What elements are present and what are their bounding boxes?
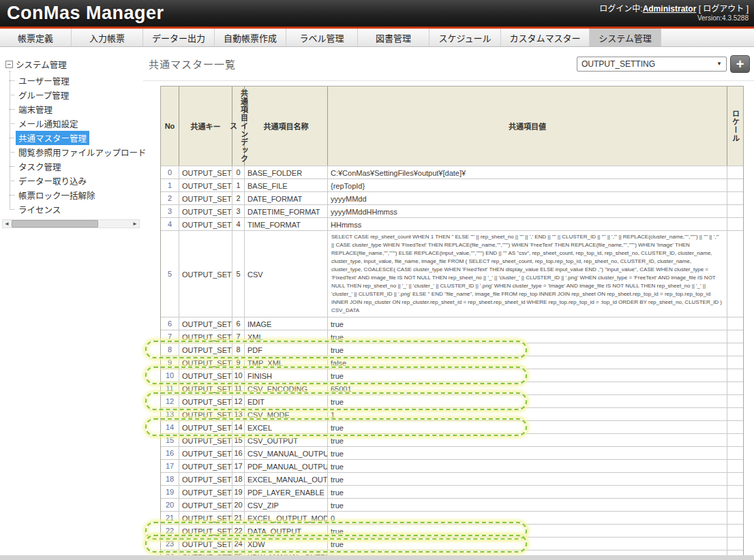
- cell-key: OUTPUT_SETTING: [179, 231, 232, 317]
- table-row[interactable]: 22 OUTPUT_SETTING 22 DATA_OUTPUT true: [161, 524, 743, 537]
- sidebar-item[interactable]: ライセンス: [10, 202, 143, 217]
- cell-index: 20: [232, 499, 245, 511]
- sidebar-item[interactable]: 共通マスター管理: [10, 131, 143, 145]
- sidebar-item[interactable]: タスク管理: [10, 159, 143, 174]
- nav-tab[interactable]: カスタムマスター: [501, 29, 590, 46]
- cell-value: false: [328, 356, 727, 369]
- table-row[interactable]: 1 OUTPUT_SETTING 1 BASE_FILE {repTopId}: [161, 178, 743, 191]
- cell-key: OUTPUT_SETTING: [179, 447, 232, 459]
- table-row[interactable]: 23 OUTPUT_SETTING 24 XDW true: [161, 537, 743, 550]
- sidebar-scrollbar[interactable]: ◄ ►: [2, 219, 140, 228]
- sidebar-item[interactable]: ユーザー管理: [10, 74, 143, 88]
- table-row[interactable]: 14 OUTPUT_SETTING 14 EXCEL true: [161, 420, 743, 433]
- scroll-right-icon[interactable]: ►: [131, 221, 139, 227]
- sidebar-item[interactable]: 閲覧参照用ファイルアップロード: [10, 145, 143, 159]
- nav-tab[interactable]: スケジュール: [429, 29, 501, 46]
- cell-value: true: [328, 460, 727, 472]
- table-row[interactable]: 8 OUTPUT_SETTING 8 PDF true: [161, 343, 743, 356]
- cell-name: FINISH: [245, 369, 328, 382]
- cell-no: 21: [161, 512, 179, 524]
- cell-name: PDF_LAYER_ENABLE: [245, 486, 328, 498]
- login-user-link[interactable]: Administrator: [643, 4, 697, 14]
- table-row[interactable]: 11 OUTPUT_SETTING 11 CSV_ENCODING 65001: [161, 382, 743, 394]
- cell-locale: [727, 192, 743, 204]
- cell-index: 4: [232, 218, 245, 230]
- cell-value: true: [328, 395, 727, 407]
- table-row[interactable]: 19 OUTPUT_SETTING 19 PDF_LAYER_ENABLE tr…: [161, 485, 743, 498]
- cell-locale: [727, 330, 743, 343]
- nav-tab[interactable]: ラベル管理: [286, 29, 358, 46]
- cell-value: C:¥ConMas¥SettingFiles¥output¥[date]¥: [328, 166, 727, 178]
- nav-tab[interactable]: 入力帳票: [72, 29, 143, 46]
- cell-key: OUTPUT_SETTING: [179, 343, 232, 356]
- cell-no: 0: [161, 166, 179, 178]
- scroll-left-icon[interactable]: ◄: [3, 221, 11, 227]
- table-row[interactable]: 20 OUTPUT_SETTING 20 CSV_ZIP true: [161, 498, 743, 511]
- table-row[interactable]: 12 OUTPUT_SETTING 12 EDIT true: [161, 394, 743, 407]
- collapse-icon[interactable]: −: [5, 61, 13, 68]
- version-label: Version:4.3.5288: [599, 14, 749, 23]
- table-row[interactable]: 6 OUTPUT_SETTING 6 IMAGE true: [161, 317, 743, 330]
- nav-tab[interactable]: 図書管理: [358, 29, 429, 46]
- table-row[interactable]: 3 OUTPUT_SETTING 3 DATETIME_FORMAT yyyyM…: [161, 204, 743, 217]
- cell-key: OUTPUT_SETTING: [179, 434, 232, 446]
- sidebar-item[interactable]: グループ管理: [10, 88, 143, 102]
- logout-link[interactable]: [ ログアウト ]: [699, 4, 749, 14]
- table-row[interactable]: 5 OUTPUT_SETTING 5 CSV SELECT CASE rep_s…: [161, 230, 743, 317]
- table-row[interactable]: 18 OUTPUT_SETTING 18 EXCEL_MANUAL_OUTPUT…: [161, 472, 743, 485]
- table-row[interactable]: 9 OUTPUT_SETTING 9 TMP_XML false: [161, 356, 743, 369]
- nav-tab[interactable]: 帳票定義: [0, 29, 72, 46]
- cell-locale: [727, 343, 743, 356]
- table-row[interactable]: 16 OUTPUT_SETTING 16 CSV_MANUAL_OUTPUT t…: [161, 446, 743, 459]
- cell-no: 14: [161, 421, 179, 433]
- login-info: ログイン中:Administrator [ ログアウト ] Version:4.…: [599, 4, 749, 23]
- cell-locale: [727, 317, 743, 330]
- chevron-down-icon: ▼: [717, 61, 722, 67]
- sidebar-root-system-admin[interactable]: − システム管理: [0, 58, 143, 71]
- cell-name: TIME_FORMAT: [245, 218, 328, 230]
- cell-key: OUTPUT_SETTING: [179, 218, 232, 230]
- sidebar: − システム管理 ユーザー管理グループ管理端末管理メール通知設定共通マスター管理…: [0, 47, 143, 559]
- nav-tab[interactable]: データー出力: [143, 29, 215, 46]
- table-row[interactable]: 13 OUTPUT_SETTING 13 CSV_MODE 1: [161, 407, 743, 420]
- cell-locale: [727, 434, 743, 446]
- table-row[interactable]: 7 OUTPUT_SETTING 7 XML true: [161, 330, 743, 343]
- col-header-value: 共通項目値: [328, 87, 727, 166]
- cell-name: PDF: [245, 343, 328, 356]
- table-row[interactable]: 10 OUTPUT_SETTING 10 FINISH true: [161, 369, 743, 382]
- sidebar-item[interactable]: 端末管理: [10, 102, 143, 116]
- table-row[interactable]: 4 OUTPUT_SETTING 4 TIME_FORMAT HHmmss: [161, 217, 743, 230]
- table-row[interactable]: 21 OUTPUT_SETTING 21 EXCEL_OUTPUT_MODE 0: [161, 511, 743, 524]
- col-header-name: 共通項目名称: [245, 87, 328, 166]
- table-row[interactable]: 17 OUTPUT_SETTING 17 PDF_MANUAL_OUTPUT t…: [161, 459, 743, 472]
- cell-index: 3: [232, 205, 245, 217]
- cell-name: XDW: [245, 538, 328, 550]
- scrollbar-thumb[interactable]: [12, 220, 98, 228]
- cell-no: 11: [161, 382, 179, 394]
- scrollbar-track[interactable]: [11, 220, 131, 228]
- table-row[interactable]: 2 OUTPUT_SETTING 2 DATE_FORMAT yyyyMMdd: [161, 191, 743, 204]
- cell-index: 10: [232, 369, 245, 382]
- common-master-table: No 共通キー 共通項目インデックス 共通項目名称 共通項目値 ロケール 0 O…: [160, 86, 744, 560]
- col-header-index: 共通項目インデックス: [232, 87, 245, 166]
- nav-tab[interactable]: システム管理: [590, 29, 661, 46]
- sidebar-item[interactable]: データー取り込み: [10, 174, 143, 188]
- login-label: ログイン中:: [599, 4, 642, 14]
- table-row[interactable]: 0 OUTPUT_SETTING 0 BASE_FOLDER C:¥ConMas…: [161, 166, 743, 178]
- sidebar-item[interactable]: 帳票ロック一括解除: [10, 188, 143, 202]
- cell-value: true: [328, 369, 727, 382]
- table-row[interactable]: 15 OUTPUT_SETTING 15 CSV_OUTPUT true: [161, 433, 743, 446]
- add-master-button[interactable]: +: [730, 55, 750, 73]
- cell-value: 0: [328, 512, 727, 524]
- cell-value: true: [328, 473, 727, 485]
- sidebar-item[interactable]: メール通知設定: [10, 116, 143, 131]
- master-select[interactable]: OUTPUT_SETTING ▼: [577, 57, 727, 72]
- master-select-value: OUTPUT_SETTING: [582, 59, 655, 69]
- cell-key: OUTPUT_SETTING: [179, 179, 232, 191]
- cell-name: EXCEL: [245, 421, 328, 433]
- cell-index: 21: [232, 512, 245, 524]
- nav-tab[interactable]: 自動帳票作成: [215, 29, 286, 46]
- cell-value: {repTopId}: [328, 179, 727, 191]
- cell-no: 1: [161, 179, 179, 191]
- page-title: 共通マスター一覧: [149, 57, 236, 71]
